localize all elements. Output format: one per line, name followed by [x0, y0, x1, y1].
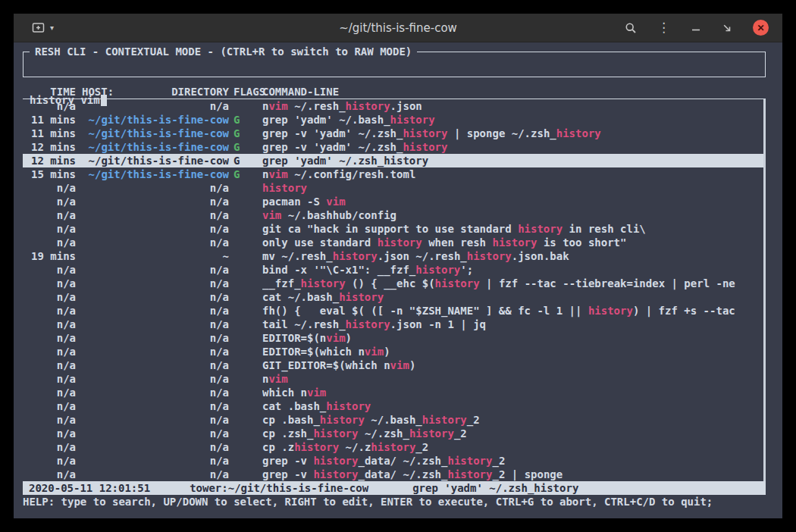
status-datetime: 2020-05-11 12:01:51 — [23, 481, 150, 495]
row-command: EDITOR=$(nvim) — [262, 331, 766, 345]
row-flags — [229, 304, 262, 318]
table-row[interactable]: n/an/avim ~/.bashhub/config — [23, 208, 766, 222]
row-directory: n/a — [76, 358, 229, 372]
row-directory: n/a — [76, 304, 229, 318]
tab-menu-button[interactable]: ▾ — [50, 23, 54, 32]
row-directory: n/a — [76, 318, 229, 331]
table-row[interactable]: n/an/aEDITOR=$(nvim) — [23, 331, 766, 345]
row-command: history — [262, 181, 766, 195]
table-row[interactable]: n/an/awhich nvim — [23, 386, 766, 399]
table-row[interactable]: n/an/anvim — [23, 372, 766, 386]
row-flags — [229, 99, 262, 113]
row-time: n/a — [23, 454, 76, 468]
table-row[interactable]: n/an/afh() { eval $( ([ -n "$ZSH_NAME" ]… — [23, 304, 766, 318]
table-row[interactable]: 19 mins~mv ~/.resh_history.json ~/.resh_… — [23, 249, 766, 263]
row-time: n/a — [23, 236, 76, 249]
row-directory: ~ — [76, 249, 229, 263]
row-time: n/a — [23, 181, 76, 195]
row-directory: n/a — [76, 399, 229, 413]
row-time: n/a — [23, 290, 76, 304]
header-host-directory: HOST: DIRECTORY — [76, 85, 229, 99]
row-flags — [229, 263, 262, 277]
row-directory: n/a — [76, 195, 229, 208]
row-command: only use standard history when resh hist… — [262, 236, 766, 249]
row-time: n/a — [23, 195, 76, 208]
table-row[interactable]: n/an/aonly use standard history when res… — [23, 236, 766, 249]
table-row[interactable]: n/an/acp .zhistory ~/.zhistory_2 — [23, 440, 766, 454]
scrollbar[interactable] — [763, 99, 766, 481]
restore-button[interactable] — [722, 23, 732, 33]
close-icon: ✕ — [757, 23, 764, 33]
row-command: nvim ~/.config/resh.toml — [262, 167, 766, 181]
row-time: n/a — [23, 468, 76, 481]
row-command: grep 'yadm' ~/.zsh_history — [262, 154, 766, 167]
header-flags: FLAGS — [229, 85, 262, 99]
table-row[interactable]: n/an/agit ca "hack in support to use sta… — [23, 222, 766, 236]
row-flags — [229, 468, 262, 481]
table-row[interactable]: n/an/aGIT_EDITOR=$(which nvim) — [23, 358, 766, 372]
minimize-button[interactable] — [691, 23, 701, 33]
row-command: git ca "hack in support to use standard … — [262, 222, 766, 236]
row-directory: n/a — [76, 277, 229, 290]
menu-button[interactable]: ⋮ — [657, 21, 670, 34]
row-time: 12 mins — [23, 140, 76, 154]
row-flags — [229, 236, 262, 249]
row-command: mv ~/.resh_history.json ~/.resh_history.… — [262, 249, 766, 263]
table-row[interactable]: n/an/acat ~/.bash_history — [23, 290, 766, 304]
row-time: 11 mins — [23, 127, 76, 140]
row-command: vim ~/.bashhub/config — [262, 208, 766, 222]
table-row[interactable]: 12 mins~/git/this-is-fine-cowGgrep 'yadm… — [23, 154, 766, 167]
help-bar: HELP: type to search, UP/DOWN to select,… — [23, 495, 766, 509]
row-flags — [229, 413, 262, 427]
row-directory: n/a — [76, 345, 229, 358]
kebab-menu-icon: ⋮ — [657, 21, 670, 34]
table-row[interactable]: n/an/apacman -S vim — [23, 195, 766, 208]
table-row[interactable]: 12 mins~/git/this-is-fine-cowGgrep -v 'y… — [23, 140, 766, 154]
close-button[interactable]: ✕ — [753, 20, 769, 36]
row-time: n/a — [23, 222, 76, 236]
row-command: nvim — [262, 372, 766, 386]
row-directory: n/a — [76, 222, 229, 236]
table-row[interactable]: 11 mins~/git/this-is-fine-cowGgrep -v 'y… — [23, 127, 766, 140]
table-row[interactable]: 15 mins~/git/this-is-fine-cowGnvim ~/.co… — [23, 167, 766, 181]
table-row[interactable]: n/an/acp .zsh_history ~/.zsh_history_2 — [23, 427, 766, 440]
terminal: RESH CLI - CONTEXTUAL MODE - (CTRL+R to … — [14, 42, 782, 518]
resh-mode-title: RESH CLI - CONTEXTUAL MODE - (CTRL+R to … — [30, 45, 417, 58]
row-directory: ~/git/this-is-fine-cow — [76, 127, 229, 140]
row-directory: n/a — [76, 372, 229, 386]
table-row[interactable]: n/an/acat .bash_history — [23, 399, 766, 413]
table-row[interactable]: 11 mins~/git/this-is-fine-cowGgrep 'yadm… — [23, 113, 766, 127]
table-row[interactable]: n/an/agrep -v history_data/ ~/.zsh_histo… — [23, 468, 766, 481]
row-command: bind -x '"\C-x1": __fzf_history'; — [262, 263, 766, 277]
table-row[interactable]: n/an/anvim ~/.resh_history.json — [23, 99, 766, 113]
table-row[interactable]: n/an/atail ~/.resh_history.json -n 1 | j… — [23, 318, 766, 331]
table-row[interactable]: n/an/agrep -v history_data/ ~/.zsh_histo… — [23, 454, 766, 468]
row-time: n/a — [23, 277, 76, 290]
search-icon — [625, 22, 637, 34]
table-row[interactable]: n/an/a__fzf_history () { __ehc $(history… — [23, 277, 766, 290]
row-command: cat .bash_history — [262, 399, 766, 413]
row-time: n/a — [23, 399, 76, 413]
row-command: tail ~/.resh_history.json -n 1 | jq — [262, 318, 766, 331]
table-row[interactable]: n/an/acp .bash_history ~/.bash_history_2 — [23, 413, 766, 427]
history-table: TIME HOST: DIRECTORY FLAGS COMMAND-LINE … — [23, 85, 766, 495]
table-row[interactable]: n/an/ahistory — [23, 181, 766, 195]
table-row[interactable]: n/an/abind -x '"\C-x1": __fzf_history'; — [23, 263, 766, 277]
header-time: TIME — [23, 85, 76, 99]
row-flags: G — [229, 167, 262, 181]
row-command: cp .bash_history ~/.bash_history_2 — [262, 413, 766, 427]
table-row[interactable]: n/an/aEDITOR=$(which nvim) — [23, 345, 766, 358]
row-command: grep -v history_data/ ~/.zsh_history_2 |… — [262, 468, 766, 481]
new-tab-button[interactable] — [32, 22, 45, 33]
minimize-icon — [691, 23, 701, 33]
row-flags — [229, 195, 262, 208]
row-command: cp .zsh_history ~/.zsh_history_2 — [262, 427, 766, 440]
row-directory: ~/git/this-is-fine-cow — [76, 140, 229, 154]
row-directory: n/a — [76, 386, 229, 399]
row-flags — [229, 427, 262, 440]
search-button[interactable] — [625, 22, 637, 34]
row-flags — [229, 318, 262, 331]
row-time: 15 mins — [23, 167, 76, 181]
row-command: grep 'yadm' ~/.bash_history — [262, 113, 766, 127]
row-time: n/a — [23, 358, 76, 372]
